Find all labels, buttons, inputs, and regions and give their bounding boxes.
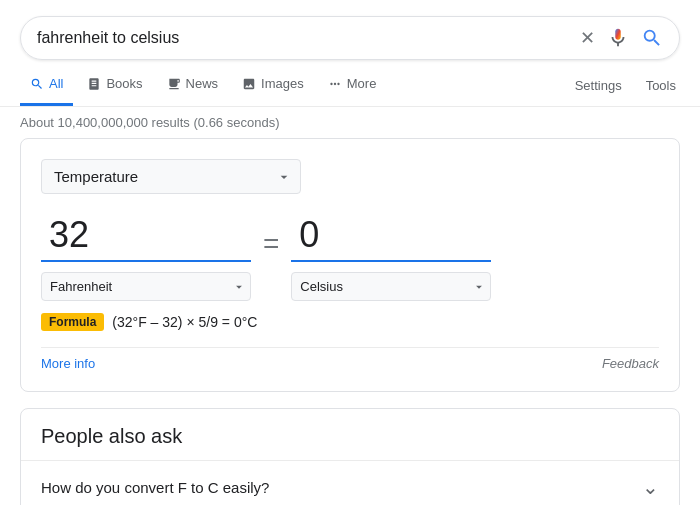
books-icon <box>87 77 101 91</box>
results-count: About 10,400,000,000 results (0.66 secon… <box>0 107 700 138</box>
tab-books-label: Books <box>106 76 142 91</box>
search-input[interactable] <box>37 29 580 47</box>
from-unit-select[interactable]: Fahrenheit <box>41 272 251 301</box>
search-nav-icon <box>30 77 44 91</box>
formula-row: Formula (32°F – 32) × 5/9 = 0°C <box>41 313 659 331</box>
search-bar: ✕ <box>20 16 680 60</box>
chevron-down-icon: ⌄ <box>642 475 659 499</box>
category-selector: Temperature <box>41 159 659 194</box>
nav-tabs: All Books News Images More Settings Tool… <box>0 64 700 107</box>
tools-link[interactable]: Tools <box>642 66 680 105</box>
formula-badge: Formula <box>41 313 104 331</box>
paa-title: People also ask <box>21 409 679 460</box>
tab-news[interactable]: News <box>157 64 229 106</box>
equals-sign: = <box>259 228 283 260</box>
search-button-icon[interactable] <box>641 27 663 49</box>
tab-all-label: All <box>49 76 63 91</box>
search-icons: ✕ <box>580 27 663 49</box>
more-info-link[interactable]: More info <box>41 356 95 371</box>
converter-row: Fahrenheit = Celsius <box>41 210 659 301</box>
tab-all[interactable]: All <box>20 64 73 106</box>
from-value-input[interactable] <box>41 210 251 262</box>
paa-item[interactable]: How do you convert F to C easily? ⌄ <box>21 460 679 505</box>
widget-footer: More info Feedback <box>41 347 659 371</box>
tab-news-label: News <box>186 76 219 91</box>
category-select[interactable]: Temperature <box>41 159 301 194</box>
news-icon <box>167 77 181 91</box>
microphone-icon[interactable] <box>607 27 629 49</box>
feedback-link[interactable]: Feedback <box>602 356 659 371</box>
people-also-ask-card: People also ask How do you convert F to … <box>20 408 680 505</box>
tab-books[interactable]: Books <box>77 64 152 106</box>
from-box: Fahrenheit <box>41 210 251 301</box>
to-value-input[interactable] <box>291 210 491 262</box>
tab-images[interactable]: Images <box>232 64 314 106</box>
tab-images-label: Images <box>261 76 304 91</box>
header: ✕ <box>0 0 700 60</box>
nav-right: Settings Tools <box>571 66 680 105</box>
more-dots-icon <box>328 77 342 91</box>
formula-text: (32°F – 32) × 5/9 = 0°C <box>112 314 257 330</box>
settings-link[interactable]: Settings <box>571 66 626 105</box>
tab-more-label: More <box>347 76 377 91</box>
tab-more[interactable]: More <box>318 64 387 106</box>
clear-icon[interactable]: ✕ <box>580 27 595 49</box>
paa-question: How do you convert F to C easily? <box>41 479 269 496</box>
converter-widget: Temperature Fahrenheit = Celsius Formula… <box>20 138 680 392</box>
images-icon <box>242 77 256 91</box>
to-unit-select[interactable]: Celsius <box>291 272 491 301</box>
to-box: Celsius <box>291 210 491 301</box>
